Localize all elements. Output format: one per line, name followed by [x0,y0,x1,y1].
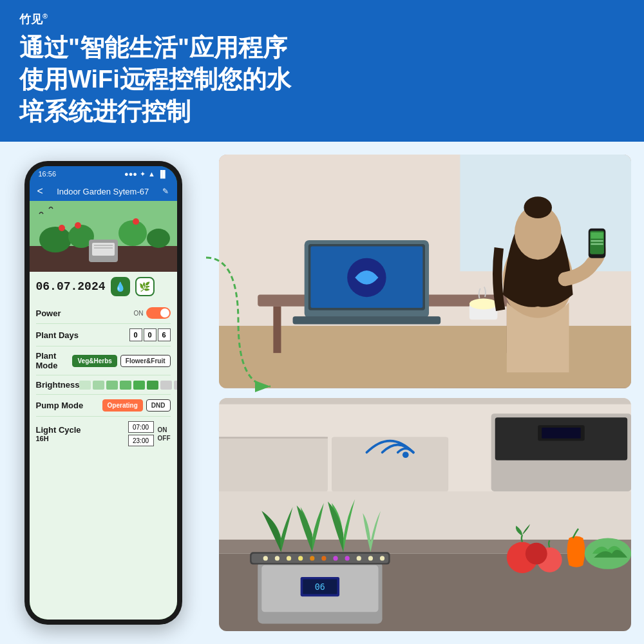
flower-fruit-button[interactable]: Flower&Fruit [120,355,171,367]
light-off-time[interactable]: 23:00 [128,435,154,446]
svg-rect-54 [252,553,389,562]
light-cycle-row: Light Cycle 16H 07:00 23:00 ON OFF [36,417,171,451]
power-row: Power ON [36,303,171,324]
phone-status-bar: 16:56 ●●● ✦ ▲ ▐▌ [30,166,177,182]
back-button[interactable]: < [37,185,43,197]
pump-mode-label: Pump Mode [36,401,84,410]
plant-mode-row: Plant Mode Veg&Herbs Flower&Fruit [36,346,171,375]
plant-mode-label: Plant Mode [36,351,73,370]
plant-days-label: Plant Days [36,330,79,340]
svg-point-64 [368,556,373,560]
svg-rect-11 [94,245,113,246]
leaf-button[interactable]: 🌿 [135,277,155,296]
phone-nav-bar: < Indoor Garden Sytem-67 ✎ [30,182,177,201]
day-digit-1: 0 [144,328,156,341]
svg-rect-46 [542,428,580,439]
header-line1: 通过"智能生活"应用程序 [19,32,625,64]
date-display: 06.07.2024 [36,280,106,293]
svg-point-28 [469,299,498,310]
svg-point-8 [133,218,139,225]
power-toggle[interactable] [146,307,171,319]
svg-point-59 [310,556,314,560]
phone-container: 16:56 ●●● ✦ ▲ ▐▌ < Indoor Garden Sytem-6… [13,155,193,631]
kitchen-hydro-image: 06 [219,398,631,632]
battery-icon: ▐▌ [158,170,168,178]
header-line3: 培系统进行控制 [19,96,625,128]
svg-point-57 [287,556,291,560]
light-cycle-controls: 07:00 23:00 ON OFF [128,421,171,446]
svg-point-58 [298,556,303,560]
day-digit-0: 0 [129,328,142,341]
svg-point-55 [263,556,268,560]
pump-operating-button[interactable]: Operating [102,399,143,412]
main-area: 16:56 ●●● ✦ ▲ ▐▌ < Indoor Garden Sytem-6… [0,142,644,644]
svg-point-5 [147,229,170,248]
woman-phone-image [219,155,631,388]
day-digit-2: 6 [158,328,171,341]
light-cycle-label: Light Cycle [36,425,81,435]
pump-mode-controls: Operating DND [102,399,171,412]
on-off-labels: ON OFF [158,426,171,442]
svg-rect-36 [591,243,603,245]
bright-seg-3 [106,381,118,390]
light-on-time[interactable]: 07:00 [128,421,154,433]
plant-mode-controls: Veg&Herbs Flower&Fruit [72,355,170,367]
bright-seg-7 [160,381,172,390]
svg-point-60 [321,556,326,560]
svg-rect-41 [219,437,328,438]
days-boxes: 0 0 6 [129,328,171,341]
signal-icon: ●●● [124,170,137,178]
svg-point-31 [524,196,551,218]
plant-days-row: Plant Days 0 0 6 [36,324,171,346]
brightness-label: Brightness [36,380,80,390]
bright-seg-4 [120,381,131,390]
pump-mode-row: Pump Mode Operating DND [36,395,171,417]
app-content: 06.07.2024 💧 🌿 Power ON [30,272,177,620]
svg-rect-25 [293,317,441,325]
power-label: Power [36,308,61,318]
bright-seg-1 [79,381,91,390]
svg-point-50 [402,451,409,458]
bright-seg-6 [147,381,158,390]
svg-point-62 [345,556,350,560]
svg-rect-42 [332,437,448,491]
date-row: 06.07.2024 💧 🌿 [36,277,171,296]
header-title: 通过"智能生活"应用程序 使用WiFi远程控制您的水 培系统进行控制 [19,32,625,128]
svg-point-6 [59,225,65,231]
cycle-hours-label: 16H [36,435,81,442]
edit-icon[interactable]: ✎ [162,187,169,196]
svg-point-7 [75,222,81,229]
brightness-bar[interactable] [79,381,176,390]
woman-scene-svg [219,155,631,388]
phone-screen: 16:56 ●●● ✦ ▲ ▐▌ < Indoor Garden Sytem-6… [30,166,177,620]
svg-point-61 [333,556,337,560]
wifi-status-icon: ▲ [148,170,155,178]
bright-seg-2 [93,381,104,390]
time-boxes: 07:00 23:00 [128,421,154,446]
svg-rect-34 [591,232,603,239]
garden-svg [30,201,177,272]
header-line2: 使用WiFi远程控制您的水 [19,64,625,95]
garden-image [30,201,177,272]
light-on-label: ON [158,426,171,433]
bluetooth-icon: ✦ [140,170,146,178]
svg-rect-49 [219,491,631,540]
svg-point-56 [275,556,279,560]
svg-rect-39 [219,398,631,404]
veg-herbs-button[interactable]: Veg&Herbs [72,355,117,367]
brand-name: 竹见 [19,13,43,26]
water-drop-button[interactable]: 💧 [111,277,130,296]
phone-mockup: 16:56 ●●● ✦ ▲ ▐▌ < Indoor Garden Sytem-6… [24,161,182,625]
right-section: 06 [219,155,631,631]
svg-point-2 [39,227,71,252]
toggle-knob [160,308,169,317]
screen-title: Indoor Garden Sytem-67 [57,187,149,196]
pump-dnd-button[interactable]: DND [146,399,171,412]
svg-point-65 [380,556,384,560]
svg-rect-12 [94,247,113,249]
light-off-label: OFF [158,435,171,442]
light-cycle-left: Light Cycle 16H [36,425,81,442]
power-on-label: ON [134,310,144,317]
kitchen-scene-svg: 06 [219,398,631,632]
svg-point-63 [357,556,361,560]
